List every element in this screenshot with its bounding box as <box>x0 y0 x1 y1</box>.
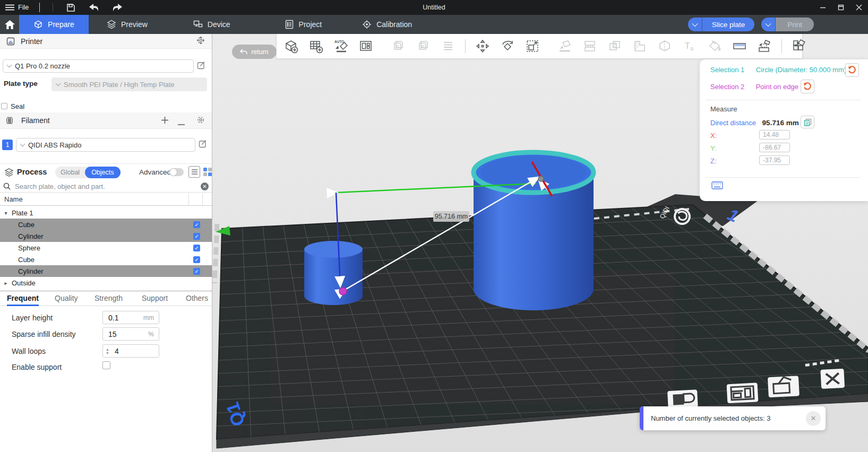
selection1-reset-button[interactable] <box>845 63 859 77</box>
notification-close-icon[interactable]: ✕ <box>806 411 821 426</box>
clear-search-icon[interactable]: ✕ <box>201 182 209 190</box>
redo-button[interactable] <box>110 2 124 13</box>
add-plate-button[interactable] <box>306 36 326 56</box>
advanced-toggle[interactable] <box>169 168 184 176</box>
tab-frequent[interactable]: Frequent <box>7 294 39 306</box>
printer-icon <box>6 37 15 46</box>
minimize-button[interactable] <box>814 0 832 15</box>
file-menu-chevron[interactable] <box>39 3 40 12</box>
assembly-button[interactable] <box>754 36 775 56</box>
plate-type-select[interactable]: Smooth PEI Plate / High Temp Plate <box>51 77 207 91</box>
tab-preview[interactable]: Preview <box>97 15 157 34</box>
text-tool-button[interactable]: Ta <box>680 36 700 56</box>
tab-others[interactable]: Others <box>186 294 208 302</box>
copy-button[interactable]: 0 <box>388 36 408 56</box>
print-options-button[interactable] <box>761 18 776 31</box>
filament-settings-button[interactable] <box>196 116 205 126</box>
scale-tool-button[interactable] <box>522 36 543 56</box>
add-object-button[interactable] <box>281 36 301 56</box>
tab-strength[interactable]: Strength <box>94 294 123 302</box>
device-icon <box>193 20 203 29</box>
main-nav: Prepare Preview Device Project Calibrati… <box>0 15 868 34</box>
tab-support[interactable]: Support <box>142 294 168 302</box>
clone-stack-button[interactable] <box>438 36 458 56</box>
tab-project[interactable]: Project <box>275 15 332 34</box>
tree-row-object[interactable]: Cylinder ✓ <box>0 230 212 242</box>
slice-options-button[interactable] <box>688 18 702 31</box>
viewport-3d[interactable]: QIDI Q1 <box>212 34 868 452</box>
slice-plate-button[interactable]: Slice plate <box>702 18 754 31</box>
undo-button[interactable] <box>87 2 101 13</box>
print-button[interactable]: Print <box>776 18 814 31</box>
paste-button[interactable]: P <box>413 36 433 56</box>
filament-select[interactable]: QIDI ABS Rapido <box>16 138 195 152</box>
remove-filament-button[interactable] <box>177 119 185 127</box>
arrange-button[interactable] <box>356 36 376 56</box>
return-button[interactable]: return <box>232 45 277 59</box>
scope-global-button[interactable]: Global <box>55 169 85 176</box>
cut-tool-button[interactable] <box>630 36 650 56</box>
edit-filament-button[interactable] <box>199 140 207 150</box>
lay-on-face-button[interactable] <box>555 36 575 56</box>
tab-prepare[interactable]: Prepare <box>19 15 89 34</box>
tree-row-outside[interactable]: ▸ Outside <box>0 277 212 289</box>
printer-settings-button[interactable] <box>196 36 205 46</box>
edit-printer-button[interactable] <box>197 61 205 71</box>
rotate-tool-button[interactable] <box>497 36 518 56</box>
visibility-checkbox[interactable]: ✓ <box>193 268 200 275</box>
tab-calibration[interactable]: Calibration <box>353 15 422 34</box>
home-button[interactable] <box>0 15 19 34</box>
visibility-checkbox[interactable]: ✓ <box>193 256 200 263</box>
tree-row-object[interactable]: Sphere ✓ <box>0 242 212 254</box>
cylinder-small[interactable] <box>304 241 363 305</box>
tree-row-plate[interactable]: ▾ Plate 1 <box>0 207 212 219</box>
merge-button[interactable] <box>605 36 625 56</box>
tab-label: Calibration <box>376 20 412 29</box>
sparse-infill-input[interactable] <box>103 330 135 338</box>
wall-loops-stepper[interactable]: ▲▼ <box>106 347 109 355</box>
tree-row-object[interactable]: Cylinder ✓ <box>0 265 212 277</box>
minus-icon <box>177 124 185 126</box>
layer-height-input[interactable] <box>103 314 135 322</box>
file-menu[interactable]: File <box>5 4 29 11</box>
axis-x-field[interactable]: 14.48 <box>759 130 790 140</box>
enable-support-checkbox[interactable] <box>102 361 110 369</box>
direct-distance-label: Direct distance <box>710 119 756 127</box>
maximize-button[interactable] <box>832 0 850 15</box>
tab-device[interactable]: Device <box>184 15 240 34</box>
visibility-checkbox[interactable]: ✓ <box>193 245 200 251</box>
paint-tool-button[interactable] <box>704 36 725 56</box>
expander-down-icon[interactable]: ▾ <box>0 210 12 216</box>
filament-slot-badge[interactable]: 1 <box>2 140 13 150</box>
move-tool-button[interactable] <box>472 36 493 56</box>
assembly-view-button[interactable] <box>789 36 809 56</box>
split-button[interactable] <box>580 36 600 56</box>
axis-y-field[interactable]: -86.67 <box>759 143 790 152</box>
tree-row-object[interactable]: Cube ✓ <box>0 219 212 230</box>
process-list-button[interactable] <box>188 166 200 178</box>
selection2-reset-button[interactable] <box>801 80 814 93</box>
auto-orient-button[interactable]: AUTO <box>331 36 351 56</box>
tab-quality[interactable]: Quality <box>55 294 78 302</box>
axis-z-field[interactable]: -37.95 <box>759 155 790 165</box>
cylinder-large[interactable] <box>474 152 594 310</box>
seal-checkbox[interactable] <box>1 103 7 109</box>
add-filament-button[interactable] <box>161 116 169 126</box>
save-button[interactable] <box>64 2 78 13</box>
close-button[interactable] <box>850 0 868 15</box>
mesh-boolean-button[interactable] <box>655 36 675 56</box>
search-input[interactable] <box>15 182 201 190</box>
expander-right-icon[interactable]: ▸ <box>0 280 12 286</box>
printer-model-select[interactable]: Q1 Pro 0.2 nozzle <box>3 59 194 73</box>
keyboard-input-button[interactable] <box>711 181 723 191</box>
visibility-checkbox[interactable]: ✓ <box>193 233 200 240</box>
chevron-down-icon <box>7 63 12 68</box>
visibility-checkbox[interactable]: ✓ <box>193 221 200 228</box>
copy-distance-button[interactable] <box>801 116 814 128</box>
plate-export-button[interactable] <box>768 376 800 397</box>
process-compare-button[interactable] <box>203 168 212 176</box>
tree-row-label: Sphere <box>18 244 40 252</box>
tree-row-object[interactable]: Cube ✓ <box>0 254 212 265</box>
measure-tool-button[interactable] <box>729 36 750 56</box>
scope-objects-button[interactable]: Objects <box>85 167 120 178</box>
